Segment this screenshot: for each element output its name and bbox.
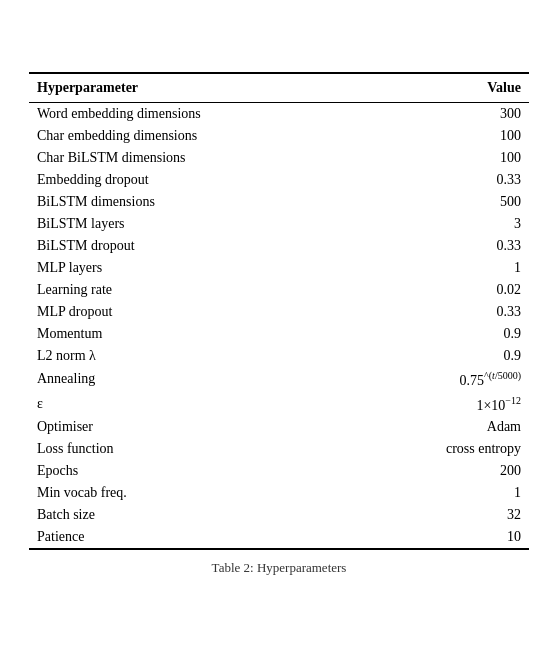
value-cell: 0.9 xyxy=(361,345,529,367)
table-row: Char BiLSTM dimensions100 xyxy=(29,147,529,169)
table-row: Min vocab freq.1 xyxy=(29,482,529,504)
table-header-row: Hyperparameter Value xyxy=(29,73,529,103)
param-cell: Momentum xyxy=(29,323,361,345)
param-cell: Min vocab freq. xyxy=(29,482,361,504)
param-cell: Char embedding dimensions xyxy=(29,125,361,147)
value-cell: 300 xyxy=(361,102,529,125)
table-row: BiLSTM dimensions500 xyxy=(29,191,529,213)
param-cell: Optimiser xyxy=(29,416,361,438)
table-row: ε1×10−12 xyxy=(29,392,529,417)
value-cell: 500 xyxy=(361,191,529,213)
param-cell: MLP layers xyxy=(29,257,361,279)
table-container: Hyperparameter Value Word embedding dime… xyxy=(29,72,529,576)
value-cell: 1 xyxy=(361,482,529,504)
table-row: MLP dropout0.33 xyxy=(29,301,529,323)
value-cell: 100 xyxy=(361,125,529,147)
table-row: BiLSTM dropout0.33 xyxy=(29,235,529,257)
table-row: Batch size32 xyxy=(29,504,529,526)
value-cell: 0.33 xyxy=(361,235,529,257)
value-cell: 200 xyxy=(361,460,529,482)
value-cell: cross entropy xyxy=(361,438,529,460)
table-caption: Table 2: Hyperparameters xyxy=(29,560,529,576)
param-cell: L2 norm λ xyxy=(29,345,361,367)
table-row: Loss functioncross entropy xyxy=(29,438,529,460)
value-cell: 100 xyxy=(361,147,529,169)
value-cell: 10 xyxy=(361,526,529,549)
param-cell: Word embedding dimensions xyxy=(29,102,361,125)
value-cell: 0.9 xyxy=(361,323,529,345)
table-row: Momentum0.9 xyxy=(29,323,529,345)
value-cell: 1×10−12 xyxy=(361,392,529,417)
hyperparameter-table: Hyperparameter Value Word embedding dime… xyxy=(29,72,529,550)
param-cell: BiLSTM dimensions xyxy=(29,191,361,213)
value-cell: 0.33 xyxy=(361,169,529,191)
param-cell: BiLSTM dropout xyxy=(29,235,361,257)
param-cell: MLP dropout xyxy=(29,301,361,323)
table-row: BiLSTM layers3 xyxy=(29,213,529,235)
table-row: MLP layers1 xyxy=(29,257,529,279)
value-cell: 0.02 xyxy=(361,279,529,301)
value-cell: 0.75^(t/5000) xyxy=(361,367,529,392)
value-cell: Adam xyxy=(361,416,529,438)
param-cell: ε xyxy=(29,392,361,417)
header-value: Value xyxy=(361,73,529,103)
param-cell: Patience xyxy=(29,526,361,549)
table-row: Annealing0.75^(t/5000) xyxy=(29,367,529,392)
table-row: Learning rate0.02 xyxy=(29,279,529,301)
table-row: Epochs200 xyxy=(29,460,529,482)
param-cell: Annealing xyxy=(29,367,361,392)
header-param: Hyperparameter xyxy=(29,73,361,103)
table-row: Embedding dropout0.33 xyxy=(29,169,529,191)
param-cell: Loss function xyxy=(29,438,361,460)
value-cell: 32 xyxy=(361,504,529,526)
param-cell: Epochs xyxy=(29,460,361,482)
table-row: Word embedding dimensions300 xyxy=(29,102,529,125)
param-cell: Learning rate xyxy=(29,279,361,301)
param-cell: Embedding dropout xyxy=(29,169,361,191)
table-row: OptimiserAdam xyxy=(29,416,529,438)
value-cell: 0.33 xyxy=(361,301,529,323)
table-row: L2 norm λ0.9 xyxy=(29,345,529,367)
value-cell: 1 xyxy=(361,257,529,279)
param-cell: BiLSTM layers xyxy=(29,213,361,235)
param-cell: Batch size xyxy=(29,504,361,526)
param-cell: Char BiLSTM dimensions xyxy=(29,147,361,169)
value-cell: 3 xyxy=(361,213,529,235)
table-row: Patience10 xyxy=(29,526,529,549)
table-row: Char embedding dimensions100 xyxy=(29,125,529,147)
